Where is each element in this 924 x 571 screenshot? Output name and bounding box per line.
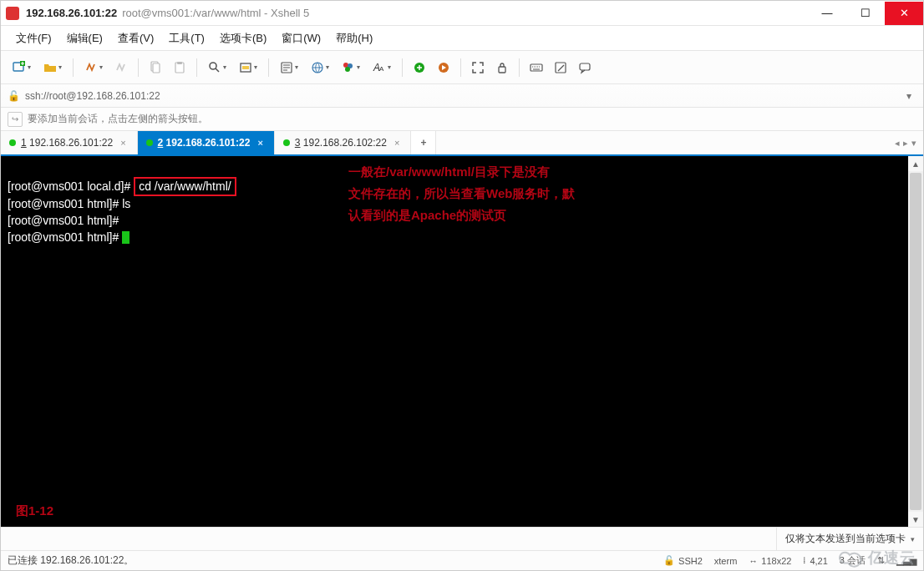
tab-next-button[interactable]: ▸ <box>903 138 908 149</box>
address-dropdown[interactable]: ▾ <box>901 90 916 102</box>
svg-rect-18 <box>499 67 505 73</box>
tab-2[interactable]: 2 192.168.26.101:22 × <box>138 131 275 154</box>
status-dot-icon <box>283 139 290 146</box>
toolbar-separator <box>196 58 197 77</box>
highlighted-command: cd /var/www/html/ <box>134 177 236 196</box>
resize-icon: ↔ <box>749 556 758 566</box>
minimize-button[interactable]: — <box>808 2 846 25</box>
send-input[interactable] <box>1 533 776 545</box>
menu-window[interactable]: 窗口(W) <box>275 28 327 49</box>
menu-file[interactable]: 文件(F) <box>9 28 58 49</box>
menubar: 文件(F) 编辑(E) 查看(V) 工具(T) 选项卡(B) 窗口(W) 帮助(… <box>1 26 923 51</box>
cursor-icon <box>122 231 129 244</box>
status-bar: 已连接 192.168.26.101:22。 🔓SSH2 xterm ↔118x… <box>1 550 923 570</box>
title-path: root@vms001:/var/www/html - Xshell 5 <box>122 7 309 19</box>
toolbar: AA <box>1 51 923 84</box>
address-bar: 🔓 ▾ <box>1 84 923 108</box>
menu-edit[interactable]: 编辑(E) <box>60 28 109 49</box>
menu-help[interactable]: 帮助(H) <box>329 28 379 49</box>
svg-rect-19 <box>531 64 542 71</box>
title-host: 192.168.26.101:22 <box>26 7 117 19</box>
tab-nav: ◂ ▸ ▾ <box>895 131 923 154</box>
svg-rect-20 <box>556 63 566 73</box>
hint-bar: ↪ 要添加当前会话，点击左侧的箭头按钮。 <box>1 108 923 131</box>
disconnect-button[interactable] <box>110 57 132 78</box>
open-button[interactable] <box>38 57 67 78</box>
annotation-line-1: 一般在/var/www/html/目录下是没有 <box>348 161 550 183</box>
copy-button[interactable] <box>145 57 166 78</box>
new-session-button[interactable] <box>8 57 36 78</box>
scroll-down-button[interactable]: ▼ <box>908 512 923 527</box>
tab-close-button[interactable]: × <box>255 138 265 148</box>
terminal-line: [root@vms001 html]# <box>8 230 129 244</box>
terminal-line: [root@vms001 html]# ls <box>8 197 130 210</box>
menu-view[interactable]: 查看(V) <box>111 28 160 49</box>
watermark: 亿速云 <box>836 548 916 568</box>
terminal[interactable]: [root@vms001 local.d]# cd /var/www/html/… <box>1 156 908 527</box>
new-tab-button[interactable]: + <box>411 131 436 154</box>
xstartcmd-button[interactable] <box>433 57 454 78</box>
send-target-label: 仅将文本发送到当前选项卡 <box>785 532 906 546</box>
compose-button[interactable] <box>550 57 571 78</box>
svg-rect-8 <box>242 66 249 69</box>
hint-text: 要添加当前会话，点击左侧的箭头按钮。 <box>28 112 208 126</box>
titlebar[interactable]: 192.168.26.101:22 root@vms001:/var/www/h… <box>1 1 923 26</box>
tab-close-button[interactable]: × <box>392 138 402 148</box>
status-dot-icon <box>146 139 153 146</box>
menu-tabs[interactable]: 选项卡(B) <box>213 28 273 49</box>
status-size: ↔118x22 <box>749 556 791 566</box>
fullscreen-button[interactable] <box>467 57 489 78</box>
figure-label: 图1-12 <box>16 503 53 518</box>
terminal-line: [root@vms001 html]# <box>8 214 119 227</box>
paste-button[interactable] <box>169 57 190 78</box>
terminal-scrollbar[interactable]: ▲ ▼ <box>908 156 923 527</box>
tab-list-button[interactable]: ▾ <box>911 138 916 149</box>
reconnect-button[interactable] <box>79 57 108 78</box>
maximize-button[interactable]: ☐ <box>846 2 885 25</box>
scroll-thumb[interactable] <box>910 173 921 510</box>
toolbar-separator <box>519 58 520 77</box>
encoding-button[interactable] <box>306 57 334 78</box>
props-button[interactable] <box>275 57 303 78</box>
svg-point-13 <box>345 67 350 72</box>
toolbar-separator <box>268 58 269 77</box>
xftp-button[interactable] <box>409 57 430 78</box>
find-button[interactable] <box>203 57 231 78</box>
annotation-line-3: 认看到的是Apache的测试页 <box>348 205 506 226</box>
send-target-select[interactable]: 仅将文本发送到当前选项卡 <box>776 528 923 550</box>
tab-close-button[interactable]: × <box>118 138 128 148</box>
coloring-button[interactable] <box>337 57 365 78</box>
annotation-line-2: 文件存在的，所以当查看Web服务时，默 <box>348 183 575 205</box>
menu-tools[interactable]: 工具(T) <box>162 28 211 49</box>
tab-label: 3 192.168.26.102:22 <box>295 137 387 149</box>
toolbar-separator <box>460 58 461 77</box>
tab-3[interactable]: 3 192.168.26.102:22 × <box>275 131 412 154</box>
status-pos: ⁞4,21 <box>803 555 827 566</box>
toolbar-separator <box>73 58 74 77</box>
lock-icon: 🔓 <box>663 555 675 566</box>
keyboard-button[interactable] <box>525 57 547 78</box>
svg-rect-3 <box>153 63 160 73</box>
status-ssh: 🔓SSH2 <box>663 555 703 566</box>
app-icon <box>6 7 19 20</box>
scroll-up-button[interactable]: ▲ <box>908 156 923 171</box>
toolbar-separator <box>138 58 139 77</box>
terminal-area: [root@vms001 local.d]# cd /var/www/html/… <box>1 156 923 527</box>
highlight-button[interactable] <box>234 57 262 78</box>
tab-1[interactable]: 1 192.168.26.101:22 × <box>1 131 138 154</box>
add-session-arrow-button[interactable]: ↪ <box>8 112 23 127</box>
tab-prev-button[interactable]: ◂ <box>895 138 900 149</box>
lock-icon: 🔓 <box>8 90 20 102</box>
svg-text:A: A <box>379 65 384 73</box>
svg-rect-5 <box>177 62 182 64</box>
tab-label: 2 192.168.26.101:22 <box>158 137 251 149</box>
svg-rect-21 <box>580 63 590 70</box>
close-button[interactable]: ✕ <box>885 2 923 25</box>
message-button[interactable] <box>574 57 596 78</box>
lock-button[interactable] <box>491 57 513 78</box>
app-window: 192.168.26.101:22 root@vms001:/var/www/h… <box>0 0 924 571</box>
font-button[interactable]: AA <box>368 57 396 78</box>
svg-point-6 <box>210 63 216 69</box>
address-input[interactable] <box>25 90 901 102</box>
tab-strip: 1 192.168.26.101:22 × 2 192.168.26.101:2… <box>1 131 923 156</box>
